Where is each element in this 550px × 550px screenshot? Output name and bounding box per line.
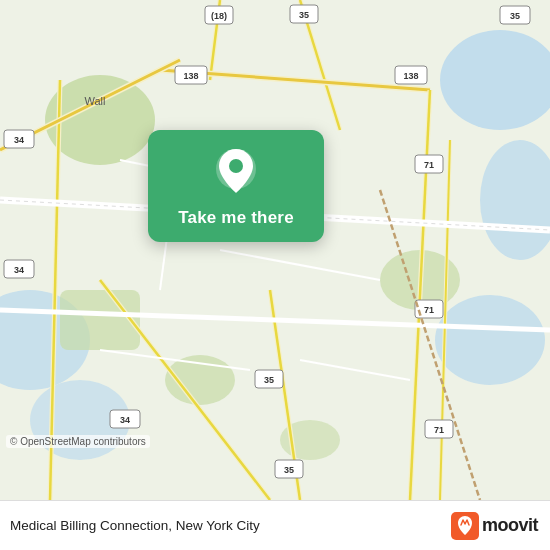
svg-text:138: 138 [403,71,418,81]
svg-text:71: 71 [434,425,444,435]
svg-text:34: 34 [120,415,130,425]
svg-text:35: 35 [284,465,294,475]
svg-text:35: 35 [299,10,309,20]
svg-point-3 [435,295,545,385]
bottom-bar: Medical Billing Connection, New York Cit… [0,500,550,550]
take-me-there-card[interactable]: Take me there [148,130,324,242]
moovit-logo-icon [450,512,480,540]
location-label: Medical Billing Connection, New York Cit… [10,518,260,533]
svg-text:34: 34 [14,135,24,145]
osm-credit: © OpenStreetMap contributors [6,435,150,448]
svg-text:138: 138 [183,71,198,81]
svg-text:71: 71 [424,160,434,170]
moovit-text: moovit [482,515,538,536]
map-container: (18) 35 138 138 35 34 34 71 71 71 34 [0,0,550,500]
svg-text:71: 71 [424,305,434,315]
take-me-there-button[interactable]: Take me there [178,208,294,228]
svg-text:34: 34 [14,265,24,275]
map-background: (18) 35 138 138 35 34 34 71 71 71 34 [0,0,550,500]
svg-text:35: 35 [264,375,274,385]
svg-point-66 [229,159,243,173]
svg-text:Wall: Wall [85,95,106,107]
svg-text:(18): (18) [211,11,227,21]
location-pin-icon [210,146,262,198]
moovit-logo: moovit [450,512,538,540]
svg-text:35: 35 [510,11,520,21]
